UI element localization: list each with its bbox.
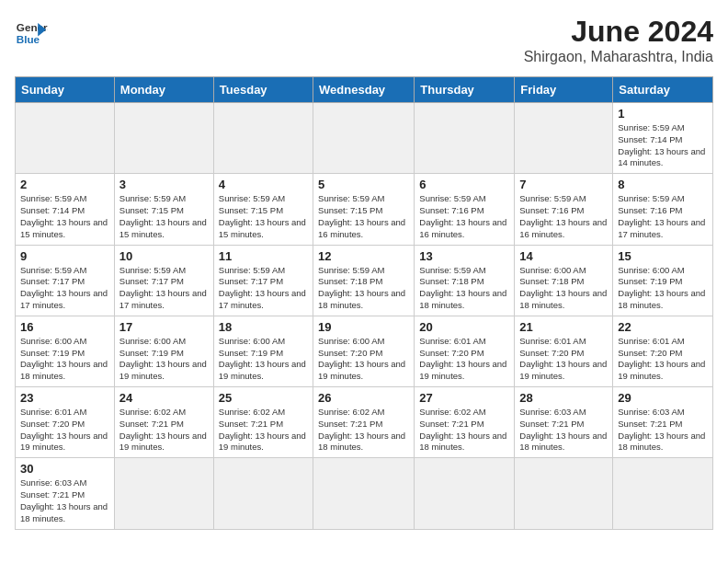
day-detail: Sunrise: 5:59 AM Sunset: 7:18 PM Dayligh… bbox=[318, 265, 409, 312]
day-detail: Sunrise: 6:02 AM Sunset: 7:21 PM Dayligh… bbox=[119, 407, 209, 454]
column-header-sunday: Sunday bbox=[16, 77, 115, 103]
calendar-cell: 24Sunrise: 6:02 AM Sunset: 7:21 PM Dayli… bbox=[114, 387, 213, 458]
calendar-cell: 14Sunrise: 6:00 AM Sunset: 7:18 PM Dayli… bbox=[515, 245, 613, 316]
calendar-cell: 4Sunrise: 5:59 AM Sunset: 7:15 PM Daylig… bbox=[213, 174, 313, 245]
calendar-cell bbox=[313, 458, 415, 529]
day-number: 28 bbox=[519, 391, 608, 405]
day-detail: Sunrise: 6:01 AM Sunset: 7:20 PM Dayligh… bbox=[519, 336, 608, 383]
day-number: 22 bbox=[618, 320, 708, 334]
column-header-monday: Monday bbox=[114, 77, 213, 103]
calendar-cell: 28Sunrise: 6:03 AM Sunset: 7:21 PM Dayli… bbox=[515, 387, 613, 458]
page-subtitle: Shirgaon, Maharashtra, India bbox=[524, 49, 713, 65]
calendar-cell bbox=[114, 458, 213, 529]
calendar-cell: 6Sunrise: 5:59 AM Sunset: 7:16 PM Daylig… bbox=[415, 174, 515, 245]
day-detail: Sunrise: 6:02 AM Sunset: 7:21 PM Dayligh… bbox=[219, 407, 308, 454]
title-area: June 2024 Shirgaon, Maharashtra, India bbox=[524, 15, 713, 65]
calendar-cell: 3Sunrise: 5:59 AM Sunset: 7:15 PM Daylig… bbox=[114, 174, 213, 245]
column-header-tuesday: Tuesday bbox=[213, 77, 313, 103]
calendar-cell: 23Sunrise: 6:01 AM Sunset: 7:20 PM Dayli… bbox=[16, 387, 115, 458]
day-number: 30 bbox=[20, 462, 109, 476]
calendar-cell: 9Sunrise: 5:59 AM Sunset: 7:17 PM Daylig… bbox=[16, 245, 115, 316]
day-detail: Sunrise: 5:59 AM Sunset: 7:15 PM Dayligh… bbox=[219, 193, 308, 240]
day-number: 20 bbox=[419, 320, 509, 334]
day-detail: Sunrise: 5:59 AM Sunset: 7:16 PM Dayligh… bbox=[419, 193, 509, 240]
day-detail: Sunrise: 6:02 AM Sunset: 7:21 PM Dayligh… bbox=[318, 407, 409, 454]
calendar-cell: 2Sunrise: 5:59 AM Sunset: 7:14 PM Daylig… bbox=[16, 174, 115, 245]
svg-text:Blue: Blue bbox=[17, 33, 40, 45]
week-row-5: 23Sunrise: 6:01 AM Sunset: 7:20 PM Dayli… bbox=[16, 387, 713, 458]
calendar-cell: 16Sunrise: 6:00 AM Sunset: 7:19 PM Dayli… bbox=[16, 316, 115, 386]
day-number: 10 bbox=[119, 249, 209, 263]
day-number: 8 bbox=[618, 178, 708, 191]
day-detail: Sunrise: 6:02 AM Sunset: 7:21 PM Dayligh… bbox=[419, 407, 509, 454]
day-detail: Sunrise: 6:01 AM Sunset: 7:20 PM Dayligh… bbox=[419, 336, 509, 383]
day-number: 12 bbox=[318, 249, 409, 263]
week-row-6: 30Sunrise: 6:03 AM Sunset: 7:21 PM Dayli… bbox=[16, 458, 713, 529]
day-detail: Sunrise: 5:59 AM Sunset: 7:15 PM Dayligh… bbox=[119, 193, 209, 240]
calendar-cell bbox=[515, 103, 613, 174]
header: General Blue June 2024 Shirgaon, Maharas… bbox=[15, 15, 713, 65]
day-number: 14 bbox=[519, 249, 608, 263]
day-number: 16 bbox=[20, 320, 109, 334]
day-detail: Sunrise: 6:00 AM Sunset: 7:19 PM Dayligh… bbox=[119, 336, 209, 383]
day-detail: Sunrise: 5:59 AM Sunset: 7:14 PM Dayligh… bbox=[618, 122, 708, 169]
calendar-cell: 13Sunrise: 5:59 AM Sunset: 7:18 PM Dayli… bbox=[415, 245, 515, 316]
calendar-cell: 11Sunrise: 5:59 AM Sunset: 7:17 PM Dayli… bbox=[213, 245, 313, 316]
calendar-cell bbox=[515, 458, 613, 529]
calendar-cell bbox=[415, 458, 515, 529]
day-number: 25 bbox=[219, 391, 308, 405]
day-detail: Sunrise: 5:59 AM Sunset: 7:18 PM Dayligh… bbox=[419, 265, 509, 312]
calendar-cell: 22Sunrise: 6:01 AM Sunset: 7:20 PM Dayli… bbox=[613, 316, 713, 386]
calendar-cell: 18Sunrise: 6:00 AM Sunset: 7:19 PM Dayli… bbox=[213, 316, 313, 386]
day-detail: Sunrise: 6:03 AM Sunset: 7:21 PM Dayligh… bbox=[618, 407, 708, 454]
day-detail: Sunrise: 6:00 AM Sunset: 7:18 PM Dayligh… bbox=[519, 265, 608, 312]
calendar-cell bbox=[114, 103, 213, 174]
calendar-cell: 17Sunrise: 6:00 AM Sunset: 7:19 PM Dayli… bbox=[114, 316, 213, 386]
week-row-4: 16Sunrise: 6:00 AM Sunset: 7:19 PM Dayli… bbox=[16, 316, 713, 386]
day-number: 26 bbox=[318, 391, 409, 405]
calendar-cell bbox=[213, 458, 313, 529]
column-header-thursday: Thursday bbox=[415, 77, 515, 103]
logo: General Blue bbox=[15, 15, 48, 48]
calendar-cell: 1Sunrise: 5:59 AM Sunset: 7:14 PM Daylig… bbox=[613, 103, 713, 174]
day-number: 6 bbox=[419, 178, 509, 191]
day-number: 19 bbox=[318, 320, 409, 334]
day-number: 18 bbox=[219, 320, 308, 334]
day-detail: Sunrise: 5:59 AM Sunset: 7:16 PM Dayligh… bbox=[618, 193, 708, 240]
calendar-cell: 8Sunrise: 5:59 AM Sunset: 7:16 PM Daylig… bbox=[613, 174, 713, 245]
week-row-1: 1Sunrise: 5:59 AM Sunset: 7:14 PM Daylig… bbox=[16, 103, 713, 174]
calendar-cell: 12Sunrise: 5:59 AM Sunset: 7:18 PM Dayli… bbox=[313, 245, 415, 316]
calendar-cell bbox=[415, 103, 515, 174]
day-detail: Sunrise: 6:01 AM Sunset: 7:20 PM Dayligh… bbox=[618, 336, 708, 383]
calendar-cell bbox=[613, 458, 713, 529]
calendar-cell: 7Sunrise: 5:59 AM Sunset: 7:16 PM Daylig… bbox=[515, 174, 613, 245]
day-number: 3 bbox=[119, 178, 209, 191]
calendar-cell bbox=[16, 103, 115, 174]
day-number: 2 bbox=[20, 178, 109, 191]
day-detail: Sunrise: 6:01 AM Sunset: 7:20 PM Dayligh… bbox=[20, 407, 109, 454]
week-row-3: 9Sunrise: 5:59 AM Sunset: 7:17 PM Daylig… bbox=[16, 245, 713, 316]
day-number: 13 bbox=[419, 249, 509, 263]
day-number: 24 bbox=[119, 391, 209, 405]
page-title: June 2024 bbox=[524, 15, 713, 49]
logo-icon: General Blue bbox=[15, 15, 48, 48]
calendar-cell: 25Sunrise: 6:02 AM Sunset: 7:21 PM Dayli… bbox=[213, 387, 313, 458]
day-detail: Sunrise: 5:59 AM Sunset: 7:16 PM Dayligh… bbox=[519, 193, 608, 240]
calendar-cell: 27Sunrise: 6:02 AM Sunset: 7:21 PM Dayli… bbox=[415, 387, 515, 458]
day-number: 11 bbox=[219, 249, 308, 263]
day-detail: Sunrise: 6:03 AM Sunset: 7:21 PM Dayligh… bbox=[519, 407, 608, 454]
day-detail: Sunrise: 6:00 AM Sunset: 7:19 PM Dayligh… bbox=[20, 336, 109, 383]
day-number: 1 bbox=[618, 107, 708, 121]
column-header-friday: Friday bbox=[515, 77, 613, 103]
calendar-cell bbox=[313, 103, 415, 174]
calendar-cell: 29Sunrise: 6:03 AM Sunset: 7:21 PM Dayli… bbox=[613, 387, 713, 458]
calendar-cell: 19Sunrise: 6:00 AM Sunset: 7:20 PM Dayli… bbox=[313, 316, 415, 386]
header-row: SundayMondayTuesdayWednesdayThursdayFrid… bbox=[16, 77, 713, 103]
week-row-2: 2Sunrise: 5:59 AM Sunset: 7:14 PM Daylig… bbox=[16, 174, 713, 245]
calendar-cell: 10Sunrise: 5:59 AM Sunset: 7:17 PM Dayli… bbox=[114, 245, 213, 316]
day-detail: Sunrise: 5:59 AM Sunset: 7:14 PM Dayligh… bbox=[20, 193, 109, 240]
calendar-cell: 26Sunrise: 6:02 AM Sunset: 7:21 PM Dayli… bbox=[313, 387, 415, 458]
day-number: 29 bbox=[618, 391, 708, 405]
day-detail: Sunrise: 6:00 AM Sunset: 7:20 PM Dayligh… bbox=[318, 336, 409, 383]
day-detail: Sunrise: 5:59 AM Sunset: 7:17 PM Dayligh… bbox=[219, 265, 308, 312]
